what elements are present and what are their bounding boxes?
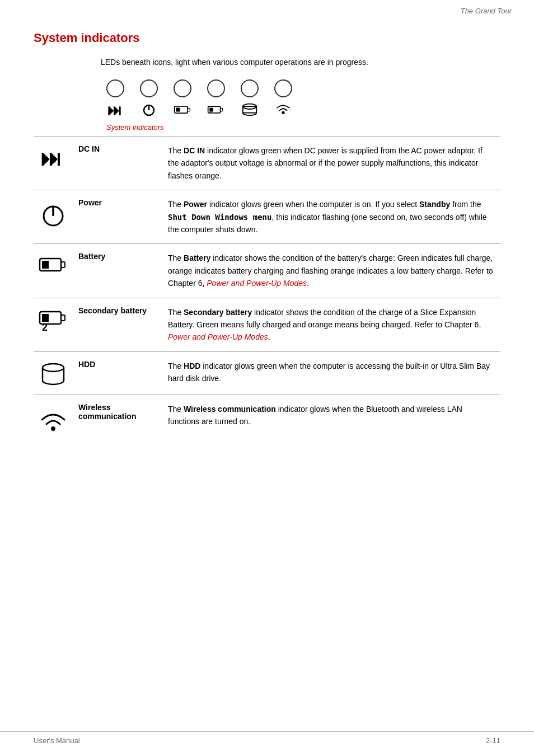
- table-row: Power The Power indicator glows green wh…: [34, 190, 500, 244]
- table-row: Battery The Battery indicator shows the …: [34, 244, 500, 298]
- svg-rect-22: [42, 314, 49, 322]
- battery-diagram-icon: [174, 101, 191, 119]
- secondary-battery-icon: 2: [38, 306, 69, 337]
- circle-5: [241, 79, 259, 97]
- secondary-battery-label: Secondary battery: [78, 298, 168, 351]
- circle-2: [140, 79, 158, 97]
- svg-text:2: 2: [42, 322, 48, 333]
- svg-text:2: 2: [209, 109, 212, 114]
- diagram-caption: System indicators: [106, 123, 164, 132]
- power-icon: [39, 198, 67, 229]
- circle-1: [106, 79, 124, 97]
- svg-point-29: [51, 426, 55, 431]
- dcin-label: DC IN: [78, 137, 168, 190]
- header-title: The Grand Tour: [461, 7, 512, 15]
- table-row: HDD The HDD indicator glows green when t…: [34, 351, 500, 395]
- svg-rect-5: [176, 107, 180, 111]
- svg-rect-4: [188, 108, 190, 111]
- wireless-description: The Wireless communication indicator glo…: [168, 395, 500, 443]
- indicator-symbols-row: ⏭: [106, 101, 292, 119]
- page-footer: User's Manual 2-11: [0, 731, 534, 745]
- table-row: Wirelesscommunication The Wireless commu…: [34, 395, 500, 443]
- main-content: System indicators LEDs beneath icons, li…: [0, 20, 534, 466]
- battery-description: The Battery indicator shows the conditio…: [168, 244, 500, 298]
- svg-rect-19: [42, 261, 49, 269]
- dcin-description: The DC IN indicator glows green when DC …: [168, 137, 500, 190]
- secondary-battery-diagram-icon: 2: [207, 101, 225, 119]
- indicators-table: ⏭ DC IN The DC IN indicator glows green …: [34, 136, 500, 443]
- wireless-label: Wirelesscommunication: [78, 395, 168, 443]
- secondary-battery-description: The Secondary battery indicator shows th…: [168, 298, 500, 351]
- battery-label: Battery: [78, 244, 168, 298]
- hdd-icon: [39, 360, 68, 387]
- footer-left: User's Manual: [34, 736, 80, 745]
- page-container: The Grand Tour System indicators LEDs be…: [0, 0, 534, 756]
- power-icon-cell: [34, 190, 78, 244]
- icons-diagram: ⏭: [101, 79, 500, 132]
- svg-text:⏭: ⏭: [107, 102, 122, 119]
- svg-point-13: [282, 111, 284, 114]
- battery-icon-cell: [34, 244, 78, 298]
- hdd-description: The HDD indicator glows green when the c…: [168, 351, 500, 395]
- footer-right: 2-11: [486, 736, 500, 745]
- secondary-battery-icon-cell: 2: [34, 298, 78, 351]
- dcin-diagram-icon: ⏭: [106, 101, 124, 119]
- circle-6: [274, 79, 292, 97]
- power-diagram-icon: [140, 101, 158, 119]
- wireless-icon-cell: [34, 395, 78, 443]
- page-title: System indicators: [34, 31, 500, 45]
- power-description: The Power indicator glows green when the…: [168, 190, 500, 244]
- battery-icon: [38, 252, 69, 277]
- table-row: ⏭ DC IN The DC IN indicator glows green …: [34, 137, 500, 190]
- power-label: Power: [78, 190, 168, 244]
- circle-4: [207, 79, 225, 97]
- wireless-icon: [39, 403, 68, 435]
- svg-text:⏭: ⏭: [40, 147, 62, 170]
- wireless-diagram-icon: [274, 101, 292, 119]
- page-header: The Grand Tour: [0, 0, 534, 20]
- circle-3: [174, 79, 191, 97]
- dcin-icon-cell: ⏭: [34, 137, 78, 190]
- battery-link[interactable]: Power and Power-Up Modes: [207, 279, 307, 288]
- hdd-label: HDD: [78, 351, 168, 395]
- secondary-battery-link[interactable]: Power and Power-Up Modes: [168, 332, 268, 341]
- indicator-circles-row: [106, 79, 292, 97]
- dcin-icon: ⏭: [39, 144, 67, 172]
- svg-rect-25: [43, 368, 64, 381]
- intro-text: LEDs beneath icons, light when various c…: [101, 57, 437, 68]
- hdd-diagram-icon: [241, 101, 259, 119]
- hdd-icon-cell: [34, 351, 78, 395]
- table-row: 2 Secondary battery The Secondary batter…: [34, 298, 500, 351]
